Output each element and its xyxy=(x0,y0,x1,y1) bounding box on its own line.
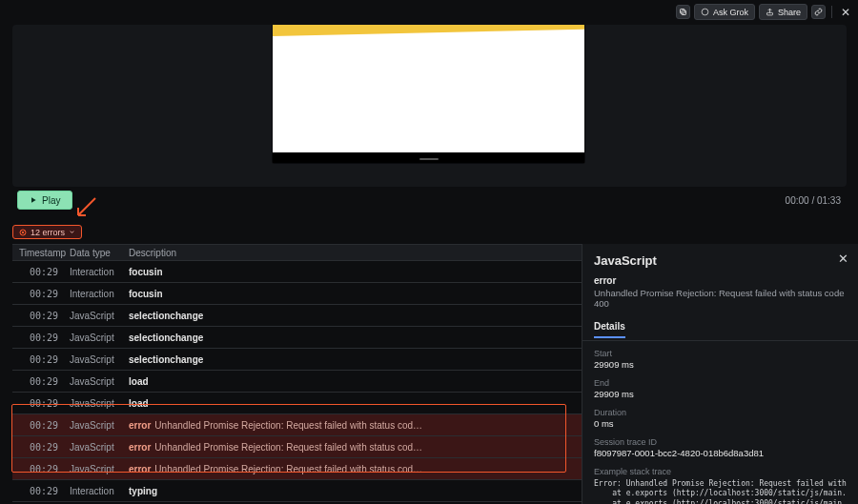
row-description: selectionchange xyxy=(123,354,650,365)
row-timestamp: 00:29 xyxy=(12,354,70,365)
row-datatype: JavaScript xyxy=(70,420,123,431)
ask-grok-button[interactable]: Ask Grok xyxy=(694,4,755,20)
row-description: focusin xyxy=(123,267,650,277)
stack-trace: Error: Unhandled Promise Rejection: Requ… xyxy=(594,479,847,504)
detail-kind: error xyxy=(594,275,847,286)
row-description: selectionchange xyxy=(123,333,650,343)
duration-label: Duration xyxy=(594,408,847,417)
col-description[interactable]: Description xyxy=(123,245,650,260)
col-timestamp[interactable]: Timestamp xyxy=(12,245,70,260)
row-description: selectionchange xyxy=(123,311,650,321)
row-datatype: JavaScript xyxy=(70,354,123,365)
col-datatype[interactable]: Data type xyxy=(70,245,123,260)
session-viewer xyxy=(12,25,847,187)
end-value: 29909 ms xyxy=(594,389,847,399)
detail-panel: ✕ JavaScript error Unhandled Promise Rej… xyxy=(582,244,858,504)
detail-tab-details[interactable]: Details xyxy=(594,321,625,338)
row-datatype: Interaction xyxy=(70,267,123,277)
row-datatype: JavaScript xyxy=(70,464,123,474)
row-timestamp: 00:29 xyxy=(12,289,70,299)
row-timestamp: 00:29 xyxy=(12,398,70,409)
row-description: focusin xyxy=(123,289,650,299)
sid-label: Session trace ID xyxy=(594,437,847,447)
stack-label: Example stack trace xyxy=(594,467,847,476)
row-datatype: JavaScript xyxy=(70,311,123,321)
end-label: End xyxy=(594,378,847,388)
row-datatype: JavaScript xyxy=(70,442,123,453)
share-button[interactable]: Share xyxy=(759,4,807,20)
ask-grok-label: Ask Grok xyxy=(713,8,748,17)
time-counter: 00:00 / 01:33 xyxy=(786,195,841,206)
row-datatype: Interaction xyxy=(70,486,123,496)
svg-point-2 xyxy=(702,9,708,15)
share-label: Share xyxy=(778,8,801,17)
row-timestamp: 00:29 xyxy=(12,464,70,474)
detail-message: Unhandled Promise Rejection: Request fai… xyxy=(594,288,847,309)
svg-rect-0 xyxy=(682,10,686,15)
link-icon[interactable] xyxy=(811,5,826,19)
row-description: load xyxy=(123,376,650,387)
row-timestamp: 00:29 xyxy=(12,267,70,277)
row-timestamp: 00:29 xyxy=(12,486,70,496)
playback-controls: Play 00:00 / 01:33 xyxy=(17,190,841,211)
detail-title: JavaScript xyxy=(594,253,847,268)
row-description: error Unhandled Promise Rejection: Reque… xyxy=(123,464,650,474)
recording-banner xyxy=(273,25,584,36)
errors-pill-label: 12 errors xyxy=(31,228,65,237)
row-timestamp: 00:29 xyxy=(12,311,70,321)
row-datatype: JavaScript xyxy=(70,398,123,409)
top-toolbar: Ask Grok Share ✕ xyxy=(676,4,852,20)
row-description: load xyxy=(123,398,650,409)
row-timestamp: 00:29 xyxy=(12,376,70,387)
row-description: error Unhandled Promise Rejection: Reque… xyxy=(123,442,650,453)
play-button[interactable]: Play xyxy=(17,191,72,210)
start-label: Start xyxy=(594,349,847,358)
svg-rect-3 xyxy=(766,12,772,15)
row-description: typing xyxy=(123,486,650,496)
duration-value: 0 ms xyxy=(594,418,847,429)
play-label: Play xyxy=(42,195,60,206)
row-timestamp: 00:29 xyxy=(12,333,70,343)
close-icon[interactable]: ✕ xyxy=(838,5,852,19)
recording-chrome-bar xyxy=(273,152,584,163)
row-datatype: JavaScript xyxy=(70,333,123,343)
row-timestamp: 00:29 xyxy=(12,442,70,453)
row-datatype: JavaScript xyxy=(70,376,123,387)
close-detail-icon[interactable]: ✕ xyxy=(838,252,848,266)
start-value: 29909 ms xyxy=(594,359,847,370)
sid-value: f8097987-0001-bcc2-4820-018b6d8a3d81 xyxy=(594,448,847,458)
row-description: error Unhandled Promise Rejection: Reque… xyxy=(123,420,650,431)
errors-filter-pill[interactable]: 12 errors xyxy=(12,225,82,239)
svg-rect-1 xyxy=(680,10,684,14)
row-timestamp: 00:29 xyxy=(12,420,70,431)
session-recording xyxy=(273,25,584,163)
copy-icon[interactable] xyxy=(676,5,690,19)
row-datatype: Interaction xyxy=(70,289,123,299)
